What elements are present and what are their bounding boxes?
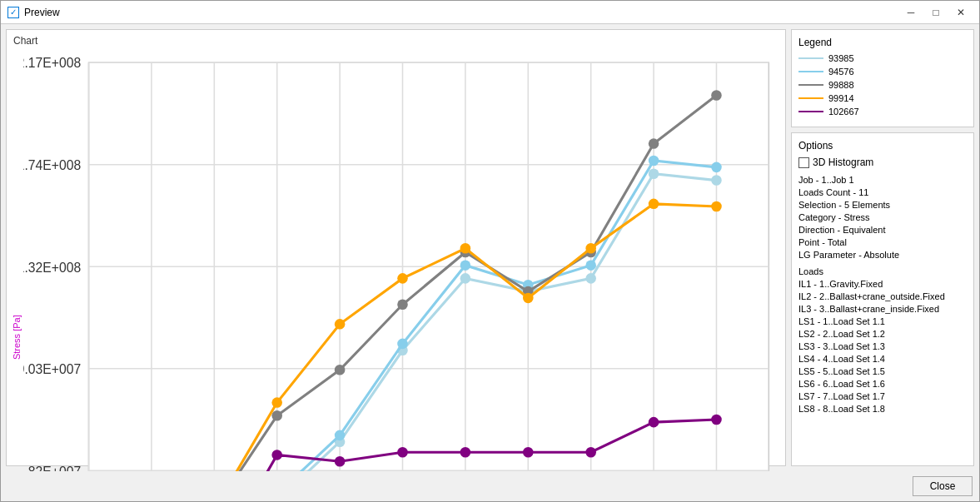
footer: Close xyxy=(1,471,979,501)
svg-point-78 xyxy=(711,201,722,212)
info-job: Job - 1..Job 1 xyxy=(798,175,967,185)
legend-label-99888: 99888 xyxy=(828,80,854,90)
legend-box: Legend 93985 94576 99888 99914 xyxy=(791,29,974,127)
info-point: Point - Total xyxy=(798,237,967,247)
legend-item-93985: 93985 xyxy=(798,53,967,63)
chart-area: Stress [Pa] xyxy=(10,48,782,471)
svg-point-60 xyxy=(271,410,282,421)
svg-point-88 xyxy=(649,417,659,428)
load-IL3: IL3 - 3..Ballast+crane_inside.Fixed xyxy=(798,304,967,314)
title-left: ✓ Preview xyxy=(7,7,60,18)
histogram-checkbox[interactable] xyxy=(798,157,809,168)
svg-point-41 xyxy=(460,273,471,284)
svg-point-51 xyxy=(397,339,408,350)
chart-title: Chart xyxy=(10,33,782,48)
right-panel: Legend 93985 94576 99888 99914 xyxy=(791,29,974,466)
legend-title: Legend xyxy=(798,37,967,48)
svg-point-87 xyxy=(585,447,596,458)
svg-point-66 xyxy=(649,138,659,149)
svg-point-61 xyxy=(335,365,346,375)
legend-item-99914: 99914 xyxy=(798,93,967,103)
histogram-label: 3D Histogram xyxy=(813,157,873,168)
legend-label-93985: 93985 xyxy=(828,53,854,63)
svg-point-75 xyxy=(523,293,534,304)
svg-text:9.03E+007: 9.03E+007 xyxy=(23,362,81,376)
load-LS1: LS1 - 1..Load Set 1.1 xyxy=(798,316,967,326)
legend-color-99914 xyxy=(798,97,823,99)
info-selection: Selection - 5 Elements xyxy=(798,200,967,210)
svg-point-71 xyxy=(271,397,282,408)
legend-color-94576 xyxy=(798,71,823,72)
chart-svg: 2.17E+008 1.74E+008 1.32E+008 9.03E+007 … xyxy=(23,48,782,471)
svg-point-74 xyxy=(460,243,471,254)
svg-point-72 xyxy=(335,319,346,330)
info-lg-param: LG Parameter - Absolute xyxy=(798,250,967,260)
maximize-button[interactable]: □ xyxy=(924,4,948,21)
legend-color-99888 xyxy=(798,84,823,86)
svg-text:4.82E+007: 4.82E+007 xyxy=(23,465,81,471)
svg-point-76 xyxy=(585,243,596,254)
close-window-button[interactable]: ✕ xyxy=(949,4,973,21)
load-LS5: LS5 - 5..Load Set 1.5 xyxy=(798,366,967,376)
legend-item-94576: 94576 xyxy=(798,67,967,77)
window-controls: ─ □ ✕ xyxy=(899,4,973,21)
options-panel: Options 3D Histogram Job - 1..Job 1 Load… xyxy=(791,132,974,466)
legend-item-99888: 99888 xyxy=(798,80,967,90)
svg-point-82 xyxy=(271,450,282,460)
svg-text:1.74E+008: 1.74E+008 xyxy=(23,158,81,172)
title-check-icon: ✓ xyxy=(7,7,19,18)
svg-text:1.32E+008: 1.32E+008 xyxy=(23,261,81,275)
info-category: Category - Stress xyxy=(798,212,967,222)
svg-point-86 xyxy=(523,447,534,458)
close-button[interactable]: Close xyxy=(913,476,973,496)
loads-section-title: Loads xyxy=(798,266,967,276)
svg-point-89 xyxy=(711,415,722,425)
svg-point-83 xyxy=(335,456,346,467)
load-LS2: LS2 - 2..Load Set 1.2 xyxy=(798,329,967,339)
legend-label-94576: 94576 xyxy=(828,67,854,77)
legend-color-93985 xyxy=(798,57,823,59)
y-axis-label: Stress [Pa] xyxy=(10,48,23,471)
chart-panel: Chart Stress [Pa] xyxy=(6,29,786,466)
options-title: Options xyxy=(798,140,967,152)
window-title: Preview xyxy=(24,7,60,18)
svg-point-84 xyxy=(397,447,408,458)
legend-item-102667: 102667 xyxy=(798,107,967,117)
chart-inner: 2.17E+008 1.74E+008 1.32E+008 9.03E+007 … xyxy=(23,48,782,471)
content-area: Chart Stress [Pa] xyxy=(1,24,979,471)
main-window: ✓ Preview ─ □ ✕ Chart Stress [Pa] xyxy=(0,0,980,502)
load-LS3: LS3 - 3..Load Set 1.3 xyxy=(798,341,967,351)
svg-point-56 xyxy=(711,162,722,173)
svg-point-77 xyxy=(649,199,659,210)
svg-point-55 xyxy=(649,156,659,167)
legend-label-99914: 99914 xyxy=(828,93,854,103)
histogram-row: 3D Histogram xyxy=(798,157,967,168)
svg-point-85 xyxy=(460,447,471,458)
svg-point-54 xyxy=(585,260,596,271)
svg-point-67 xyxy=(711,90,722,101)
info-direction: Direction - Equivalent xyxy=(798,225,967,235)
svg-point-45 xyxy=(711,175,722,186)
svg-point-52 xyxy=(460,260,471,271)
minimize-button[interactable]: ─ xyxy=(899,4,923,21)
legend-color-102667 xyxy=(798,111,823,112)
load-LS4: LS4 - 4..Load Set 1.4 xyxy=(798,354,967,364)
load-IL2: IL2 - 2..Ballast+crane_outside.Fixed xyxy=(798,291,967,301)
info-loads-count: Loads Count - 11 xyxy=(798,187,967,197)
svg-point-50 xyxy=(335,430,346,441)
svg-point-44 xyxy=(649,168,659,179)
svg-text:2.17E+008: 2.17E+008 xyxy=(23,56,81,70)
load-LS6: LS6 - 6..Load Set 1.6 xyxy=(798,379,967,389)
svg-point-43 xyxy=(585,273,596,284)
load-LS7: LS7 - 7..Load Set 1.7 xyxy=(798,391,967,401)
svg-point-62 xyxy=(397,299,408,310)
legend-label-102667: 102667 xyxy=(828,107,859,117)
svg-point-73 xyxy=(397,273,408,284)
title-bar: ✓ Preview ─ □ ✕ xyxy=(1,1,979,24)
load-LS8: LS8 - 8..Load Set 1.8 xyxy=(798,404,967,414)
load-IL1: IL1 - 1..Gravity.Fixed xyxy=(798,279,967,289)
